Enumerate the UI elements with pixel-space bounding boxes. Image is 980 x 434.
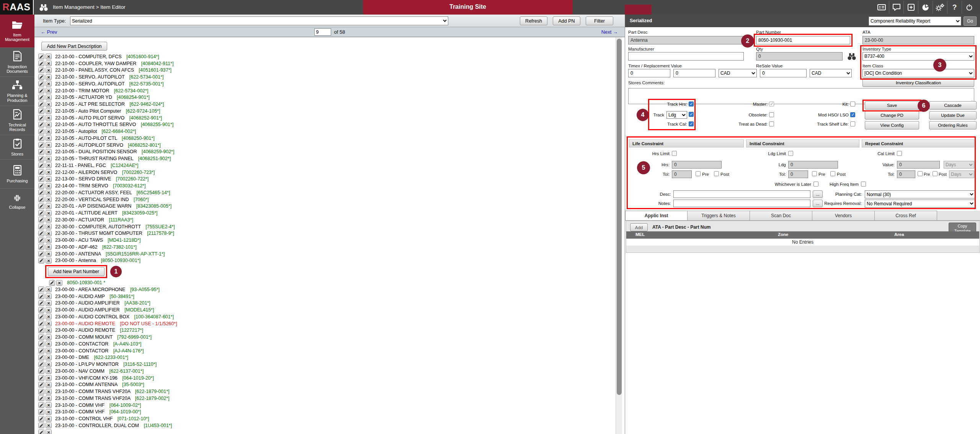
- delete-icon[interactable]: ×: [46, 210, 52, 216]
- ordering-rules-button[interactable]: Ordering Rules: [929, 121, 977, 129]
- add-new-part-description-button[interactable]: Add New Part Description: [41, 42, 107, 51]
- kit-checkbox[interactable]: [850, 102, 855, 106]
- page-number-input[interactable]: [314, 28, 331, 36]
- part-desc[interactable]: 23-00-00 - VHF/COM KY-196 [064-1019-20*]: [55, 375, 154, 381]
- delete-icon[interactable]: ×: [46, 142, 52, 148]
- edit-icon[interactable]: [38, 135, 44, 141]
- part-desc[interactable]: 22-11-11 - PANEL, FGC [C12424AE*]: [55, 163, 138, 168]
- resale-currency-select[interactable]: CAD: [810, 69, 852, 77]
- prev-link[interactable]: ← Prev: [41, 27, 57, 37]
- delete-icon[interactable]: ×: [46, 67, 52, 73]
- delete-icon[interactable]: ×: [46, 395, 52, 401]
- hrs-post-checkbox[interactable]: [714, 171, 719, 176]
- timex-field-2[interactable]: [673, 69, 715, 77]
- notes-browse-button[interactable]: ...: [813, 200, 823, 207]
- delete-icon[interactable]: ×: [46, 287, 52, 292]
- part-desc[interactable]: 22-30-00 - COMPUTER, AUTOTHROTT [755SUE2…: [55, 224, 175, 229]
- delete-icon[interactable]: ×: [46, 416, 52, 422]
- track-hrs-checkbox[interactable]: [689, 102, 694, 106]
- view-config-button[interactable]: View Config: [865, 121, 919, 129]
- edit-icon[interactable]: [38, 355, 44, 360]
- edit-icon[interactable]: [38, 402, 44, 408]
- part-desc[interactable]: 22-10-05 - AUTOPILOT SERVO [4068252-801*…: [55, 142, 161, 148]
- edit-icon[interactable]: [38, 122, 44, 128]
- delete-icon[interactable]: ×: [46, 81, 52, 87]
- delete-icon[interactable]: ×: [46, 135, 52, 141]
- update-due-button[interactable]: Update Due: [929, 111, 977, 120]
- refresh-button[interactable]: Refresh: [520, 16, 547, 25]
- part-desc[interactable]: 22-10-00 - TRIM MOTOR [622-5734-002*]: [55, 88, 148, 93]
- tab-vendors[interactable]: Vendors: [812, 211, 875, 220]
- edit-icon[interactable]: [38, 108, 44, 114]
- id-card-icon[interactable]: [874, 1, 889, 14]
- edit-icon[interactable]: [38, 162, 44, 168]
- edit-icon[interactable]: [38, 156, 44, 162]
- edit-icon[interactable]: [38, 416, 44, 422]
- ldg-pre-checkbox[interactable]: [812, 171, 817, 176]
- inventory-type-select[interactable]: B737-400: [862, 52, 974, 61]
- high-freq-item-checkbox[interactable]: [861, 182, 866, 187]
- part-desc[interactable]: 22-10-00 - PANEL ASSY, CON AFCS [4051601…: [55, 67, 172, 73]
- delete-icon[interactable]: ×: [46, 409, 52, 415]
- resale-field[interactable]: [760, 69, 807, 77]
- edit-icon[interactable]: [38, 307, 44, 313]
- part-desc[interactable]: 22-20-01 - A/P DISENGAGE WARN [83423085-…: [55, 203, 172, 209]
- part-desc[interactable]: 22-14-00 - TRIM SERVO [7003032-612*]: [55, 183, 145, 188]
- part-desc[interactable]: 22-10-05 - ALT PRE SELECTOR [622-9462-02…: [55, 102, 164, 107]
- manufacturer-field[interactable]: [628, 52, 744, 61]
- edit-icon[interactable]: [38, 429, 44, 434]
- edit-icon[interactable]: [38, 368, 44, 374]
- edit-icon[interactable]: [38, 176, 44, 182]
- part-desc[interactable]: 23-00-00 - AUDIO AMP [50-38491*]: [55, 294, 134, 299]
- edit-icon[interactable]: [38, 314, 44, 319]
- planning-cat-select[interactable]: Normal (30): [865, 190, 975, 198]
- report-select[interactable]: Component Reliability Report: [869, 16, 961, 26]
- edit-icon[interactable]: [38, 183, 44, 189]
- stock-search-binoculars-icon[interactable]: [847, 53, 856, 61]
- cal-pre-checkbox[interactable]: [918, 171, 923, 176]
- part-desc[interactable]: 23-10-00 - COMM TRANS VHF20A [622-1879-0…: [55, 396, 170, 401]
- edit-icon[interactable]: [38, 244, 44, 250]
- delete-icon[interactable]: ×: [46, 88, 52, 93]
- delete-icon[interactable]: ×: [46, 129, 52, 134]
- requires-removal-select[interactable]: No Removal Required: [865, 200, 975, 208]
- edit-icon[interactable]: [38, 81, 44, 87]
- delete-icon[interactable]: ×: [46, 149, 52, 155]
- part-desc[interactable]: 22-10-00 - COMPUTER, DFCS [4051600-914*]: [55, 54, 159, 59]
- part-desc[interactable]: 23-00-00 - AUDIO AMPLIFIER [MODEL415*]: [55, 307, 154, 313]
- save-button[interactable]: Save: [865, 101, 919, 110]
- part-desc[interactable]: 22-10-05 - AUTO-PILOT CTL [4068250-901*]: [55, 136, 155, 141]
- edit-icon[interactable]: [38, 203, 44, 209]
- cal-limit-checkbox[interactable]: [897, 151, 902, 156]
- part-desc[interactable]: 23-10-00 - COMM ANTENNA [35-5003*]: [55, 382, 144, 387]
- part-desc[interactable]: 23-10-00 - CONTROL VHF [071-1012-10*]: [55, 416, 149, 421]
- delete-icon[interactable]: ×: [46, 61, 52, 66]
- part-desc[interactable]: 22-13-00 - SERVO DRIVE [7002260-722*]: [55, 176, 149, 182]
- delete-icon[interactable]: ×: [46, 74, 52, 80]
- edit-icon[interactable]: [38, 197, 44, 202]
- power-icon[interactable]: [962, 1, 976, 14]
- sidebar-item-item-management[interactable]: Item Management: [0, 15, 34, 47]
- delete-icon[interactable]: ×: [46, 348, 52, 354]
- delete-icon[interactable]: ×: [46, 423, 52, 428]
- track-ldg-checkbox[interactable]: [689, 112, 694, 117]
- part-desc[interactable]: 22-10-05 - ACTUATOR YD [4068254-901*]: [55, 95, 150, 100]
- sidebar-item-planning-production[interactable]: Planning & Production: [0, 77, 34, 106]
- delete-icon[interactable]: ×: [46, 122, 52, 128]
- part-desc[interactable]: 23-10-00 - COMM VHF [064-1009-02*]: [55, 403, 141, 408]
- delete-icon[interactable]: ×: [46, 355, 52, 360]
- edit-icon[interactable]: [38, 423, 44, 428]
- edit-icon[interactable]: [38, 251, 44, 257]
- chat-icon[interactable]: [889, 1, 903, 14]
- part-desc[interactable]: 22-10-00 - SERVO, AUTOPILOT [622-5734-00…: [55, 74, 163, 80]
- pie-chart-icon[interactable]: [918, 1, 933, 14]
- part-desc[interactable]: 23-00-00 - AUDIO REMOTE [DO NOT USE - 1/…: [55, 321, 177, 326]
- part-desc[interactable]: 22-30-00 - THRUST MGMT COMPUTER [2117578…: [55, 231, 174, 236]
- edit-icon[interactable]: [38, 328, 44, 333]
- item-class-select[interactable]: [OC] On Condition: [862, 69, 974, 77]
- delete-icon[interactable]: ×: [46, 402, 52, 408]
- whichever-is-later-checkbox[interactable]: [813, 182, 818, 187]
- settings-gears-icon[interactable]: [933, 1, 947, 14]
- part-desc[interactable]: 23-00-00 - NAV COMM [622-6137-001*]: [55, 368, 144, 374]
- sidebar-item-technical-records[interactable]: Technical Records: [0, 106, 34, 135]
